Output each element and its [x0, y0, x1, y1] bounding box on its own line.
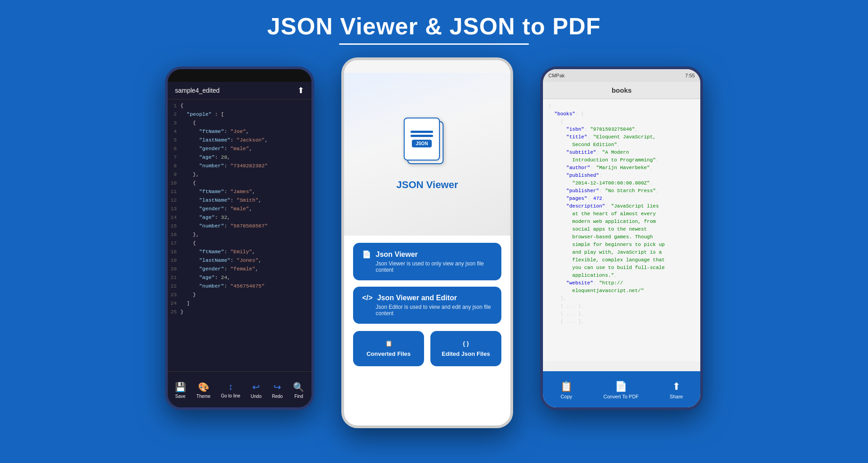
undo-icon: ↩: [252, 382, 260, 392]
share-button[interactable]: ⬆ Share: [670, 381, 683, 399]
right-title-bar: books: [543, 82, 700, 99]
viewer-icon: 📄: [362, 250, 371, 259]
page-title: JSON Viewer & JSON to PDF: [0, 13, 868, 40]
center-status-bar: [344, 60, 510, 73]
menu-bottom-row: 📋 Converted Files { } Edited Json Files: [344, 331, 510, 366]
phone-left: sample4_edited ⬆ 1{ 2 "people" : [ 3 { 4…: [165, 66, 314, 410]
find-button[interactable]: 🔍 Find: [293, 382, 304, 399]
json-view-area: { "books": [ { "isbn": "9781593275846", …: [543, 99, 700, 361]
doc-front: JSON: [404, 118, 440, 161]
json-editor-button[interactable]: </> Json Viewer and Editor Json Editor i…: [353, 287, 501, 324]
file-name: sample4_edited: [175, 87, 220, 94]
left-toolbar: sample4_edited ⬆: [168, 82, 311, 99]
code-area: 1{ 2 "people" : [ 3 { 4 "ftName": "Joe",…: [168, 99, 311, 362]
copy-button[interactable]: 📋 Copy: [560, 381, 572, 399]
center-top: JSON JSON Viewer: [344, 73, 510, 236]
phone-center: JSON JSON Viewer 📄 Json Viewer Json View…: [341, 57, 513, 428]
time-display: 7:55: [685, 73, 695, 78]
redo-button[interactable]: ↪ Redo: [272, 382, 283, 399]
doc-line-2: [410, 135, 433, 137]
json-badge: JSON: [412, 140, 431, 147]
save-icon: 💾: [175, 382, 186, 392]
page-header: JSON Viewer & JSON to PDF: [0, 0, 868, 53]
json-logo: JSON: [400, 118, 454, 172]
doc-line-1: [410, 131, 433, 133]
theme-button[interactable]: 🎨 Theme: [197, 382, 211, 399]
go-to-line-icon: ↕: [228, 382, 233, 392]
converted-files-button[interactable]: 📋 Converted Files: [353, 331, 424, 366]
right-bottom-toolbar: 📋 Copy 📄 Convert To PDF ⬆ Share: [543, 371, 700, 407]
center-menu: 📄 Json Viewer Json Viewer is used to onl…: [344, 236, 510, 331]
phone-right: CMPak 7:55 books { "books": [ { "isbn": …: [540, 66, 703, 410]
redo-icon: ↪: [274, 382, 281, 392]
center-app-title: JSON Viewer: [396, 179, 458, 191]
edit-json-icon: { }: [463, 340, 469, 347]
save-button[interactable]: 💾 Save: [175, 382, 186, 399]
convert-to-pdf-button[interactable]: 📄 Convert To PDF: [604, 381, 639, 399]
undo-button[interactable]: ↩ Undo: [251, 382, 262, 399]
pdf-icon: 📋: [385, 340, 392, 347]
carrier-text: CMPak: [548, 73, 565, 78]
pdf-convert-icon: 📄: [615, 381, 627, 392]
left-bottom-toolbar: 💾 Save 🎨 Theme ↕ Go to line ↩ Undo ↪ Red…: [168, 371, 311, 407]
json-viewer-button[interactable]: 📄 Json Viewer Json Viewer is used to onl…: [353, 243, 501, 280]
share-icon[interactable]: ⬆: [297, 85, 304, 95]
editor-icon: </>: [362, 294, 373, 302]
go-to-line-button[interactable]: ↕ Go to line: [221, 382, 241, 398]
phones-container: sample4_edited ⬆ 1{ 2 "people" : [ 3 { 4…: [0, 53, 868, 428]
edited-json-button[interactable]: { } Edited Json Files: [430, 331, 501, 366]
find-icon: 🔍: [293, 382, 304, 392]
copy-icon: 📋: [560, 381, 572, 392]
header-underline: [339, 43, 529, 45]
left-status-bar: [168, 69, 311, 82]
right-status-bar: CMPak 7:55: [543, 69, 700, 82]
theme-icon: 🎨: [198, 382, 209, 392]
share-icon-right: ⬆: [672, 381, 680, 392]
